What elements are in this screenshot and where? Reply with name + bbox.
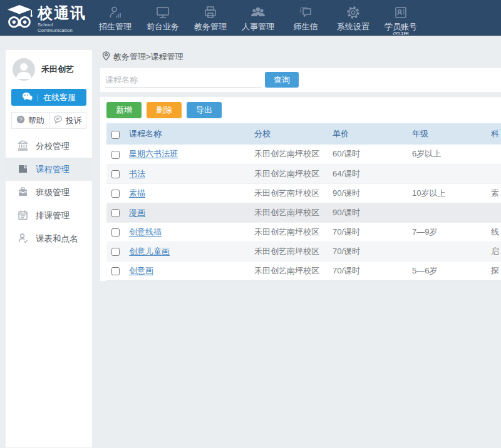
sidebar-item-timetable-rollcall[interactable]: 课表和点名: [6, 227, 92, 250]
nav-item-student-accounts[interactable]: 学员账号管理: [377, 0, 425, 36]
sidebar-item-schedule-management[interactable]: 排课管理: [6, 204, 92, 227]
row-checkbox[interactable]: [111, 170, 120, 178]
app-logo[interactable]: 校通讯 School Communication: [0, 0, 91, 33]
help-complaint-row: ? 帮助 投诉: [11, 112, 86, 129]
course-name-input[interactable]: [105, 73, 262, 88]
subject-cell: 探: [491, 261, 501, 280]
table-row: 创意线描 禾田创艺南坪校区 70/课时 7—9岁 线: [106, 222, 501, 242]
branch-cell: 禾田创艺南坪校区: [254, 203, 333, 222]
table-row: 创意画 禾田创艺南坪校区 70/课时 5—6岁 探: [106, 261, 501, 280]
course-name-link[interactable]: 星期六书法班: [129, 149, 178, 158]
row-checkbox[interactable]: [111, 209, 120, 217]
nav-item-academic[interactable]: 教务管理: [187, 0, 234, 36]
search-panel: 查询: [100, 68, 501, 92]
row-checkbox[interactable]: [111, 248, 120, 256]
nav-item-enrollment[interactable]: 招生管理: [91, 0, 139, 36]
complaint-label: 投诉: [66, 115, 82, 126]
user-profile[interactable]: 禾田创艺: [6, 50, 92, 87]
sidebar: 禾田创艺 在线客服 ? 帮助: [5, 49, 93, 448]
person-check-icon: [18, 233, 28, 245]
price-cell: 60/课时: [333, 145, 412, 164]
course-name-link[interactable]: 漫画: [129, 208, 145, 217]
id-card-icon: [377, 4, 425, 21]
course-table: 课程名称 分校 单价 年级 科 星期六书法班 禾田创艺南坪校区 60/课时 6岁…: [106, 123, 501, 281]
top-navbar: 校通讯 School Communication 招生管理 前台业务: [0, 0, 501, 36]
grade-cell: 6岁以上: [412, 145, 491, 164]
sidebar-item-label: 班级管理: [36, 187, 70, 198]
nav-item-label: 师生信: [282, 23, 329, 31]
subject-cell: 启: [491, 242, 501, 261]
sidebar-item-class-management[interactable]: 班级管理: [6, 181, 92, 204]
nav-item-label: 人事管理: [234, 23, 282, 31]
row-checkbox[interactable]: [111, 190, 120, 198]
nav-item-front-desk[interactable]: 前台业务: [139, 0, 187, 36]
nav-item-label: 系统设置: [329, 23, 377, 31]
branch-cell: 禾田创艺南坪校区: [254, 164, 333, 183]
online-service-button[interactable]: 在线客服: [11, 89, 86, 106]
column-header-branch: 分校: [254, 123, 333, 145]
row-checkbox[interactable]: [111, 267, 120, 275]
select-all-checkbox[interactable]: [111, 131, 120, 139]
gear-icon: [329, 4, 377, 21]
nav-item-settings[interactable]: 系统设置: [329, 0, 377, 36]
subject-cell: 线: [491, 222, 501, 242]
bank-icon: [18, 140, 28, 153]
subject-cell: [491, 145, 501, 164]
help-label: 帮助: [28, 115, 44, 126]
grade-cell: 5—6岁: [412, 261, 491, 280]
main-content: 教务管理>课程管理 查询 新增 删除 导出 课程名称 分校 单价 年级: [100, 36, 501, 448]
subject-cell: 素: [491, 183, 501, 203]
table-row: 书法 禾田创艺南坪校区 64/课时: [106, 164, 501, 183]
nav-item-label: 教务管理: [187, 23, 234, 31]
online-service-label: 在线客服: [43, 92, 76, 103]
sidebar-item-branch-management[interactable]: 分校管理: [6, 135, 92, 158]
nav-item-messages[interactable]: 师生信: [282, 0, 329, 36]
sidebar-item-label: 课程管理: [36, 164, 70, 175]
grade-cell: [412, 242, 491, 261]
grade-cell: 10岁以上: [412, 183, 491, 203]
briefcase-icon: [18, 186, 28, 199]
top-nav-menu: 招生管理 前台业务 教务管理: [91, 0, 425, 36]
add-button[interactable]: 新增: [106, 102, 142, 118]
course-name-link[interactable]: 素描: [129, 188, 145, 198]
subject-cell: [491, 203, 501, 222]
table-row: 素描 禾田创艺南坪校区 90/课时 10岁以上 素: [106, 183, 501, 203]
feedback-bubble-icon: [53, 115, 63, 126]
branch-cell: 禾田创艺南坪校区: [254, 222, 333, 242]
row-checkbox[interactable]: [111, 151, 120, 159]
logo-subtitle: School Communication: [38, 22, 89, 33]
sidebar-item-label: 分校管理: [36, 141, 70, 152]
search-button[interactable]: 查询: [265, 72, 299, 88]
svg-text:?: ?: [19, 116, 22, 123]
printer-icon: [187, 4, 234, 21]
course-name-link[interactable]: 创意儿童画: [129, 247, 170, 256]
question-circle-icon: ?: [16, 115, 25, 126]
action-buttons: 新增 删除 导出: [100, 102, 501, 123]
course-table-panel: 新增 删除 导出 课程名称 分校 单价 年级 科 星期六书法班: [100, 97, 501, 281]
price-cell: 90/课时: [333, 203, 412, 222]
nav-item-label: 前台业务: [139, 23, 187, 31]
complaint-button[interactable]: 投诉: [49, 112, 87, 129]
course-name-link[interactable]: 创意画: [129, 266, 153, 275]
branch-cell: 禾田创艺南坪校区: [254, 183, 333, 203]
book-icon: [18, 163, 28, 176]
delete-button[interactable]: 删除: [147, 102, 182, 118]
help-button[interactable]: ? 帮助: [11, 112, 49, 129]
grade-cell: [412, 164, 491, 183]
column-header-course-name: 课程名称: [129, 123, 254, 145]
column-header-grade: 年级: [412, 123, 491, 145]
export-button[interactable]: 导出: [187, 102, 222, 118]
price-cell: 70/课时: [333, 261, 412, 280]
course-name-link[interactable]: 创意线描: [129, 227, 162, 237]
row-checkbox[interactable]: [111, 228, 120, 237]
wechat-chat-icon: [22, 92, 33, 103]
nav-item-hr[interactable]: 人事管理: [234, 0, 282, 36]
course-name-link[interactable]: 书法: [129, 169, 145, 178]
divider: [38, 94, 38, 101]
column-header-price: 单价: [333, 123, 412, 145]
chat-bubbles-icon: [282, 4, 329, 21]
branch-cell: 禾田创艺南坪校区: [254, 261, 333, 280]
sidebar-item-course-management[interactable]: 课程管理: [6, 158, 92, 181]
sidebar-menu: 分校管理 课程管理 班级管理: [6, 135, 92, 250]
branch-cell: 禾田创艺南坪校区: [254, 242, 333, 261]
